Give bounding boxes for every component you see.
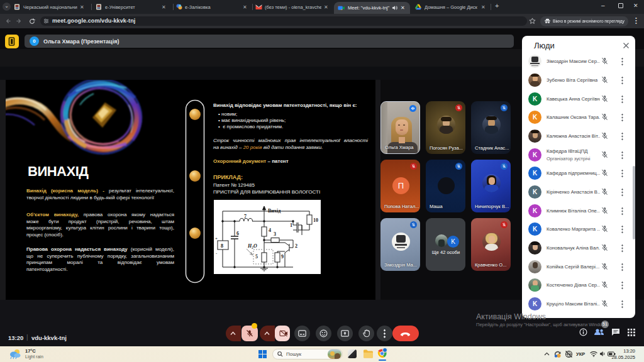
svg-text:8: 8 [221,243,223,249]
svg-text:5: 5 [255,254,258,260]
svg-text:3: 3 [274,231,276,237]
svg-text:-: - [216,251,218,256]
svg-text:H₂O: H₂O [247,243,257,249]
svg-text:7: 7 [244,214,247,219]
svg-text:9: 9 [281,254,284,260]
svg-text:2: 2 [295,243,297,249]
svg-text:10: 10 [313,217,318,223]
svg-text:4: 4 [269,228,271,233]
svg-text:Вихід: Вихід [268,208,280,214]
svg-text:6: 6 [236,231,239,236]
svg-text:1: 1 [290,222,292,228]
svg-text:+: + [215,236,218,241]
